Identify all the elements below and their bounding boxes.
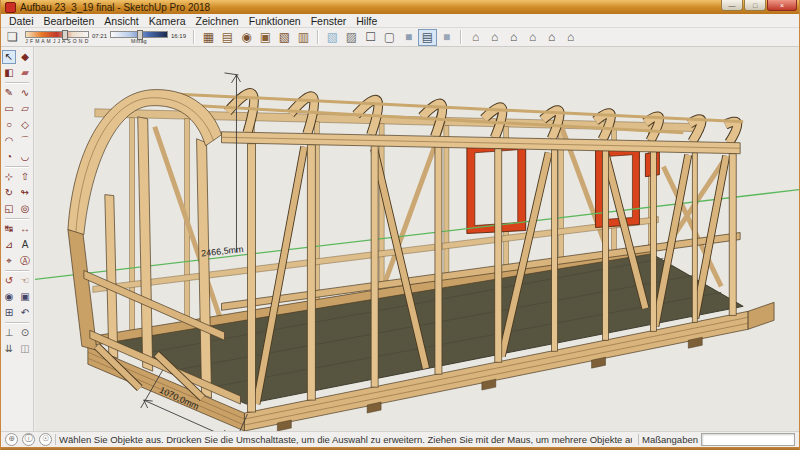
offset-tool-button[interactable]: ◎: [18, 202, 32, 216]
rotate-tool-button[interactable]: ↻: [2, 186, 16, 200]
tape-measure-tool-button[interactable]: ↹: [2, 222, 16, 236]
line-tool-button[interactable]: ✎: [2, 86, 16, 100]
rectangle-tool-button[interactable]: ▭: [2, 102, 16, 116]
shadow-dialog-button[interactable]: ❏: [3, 29, 22, 46]
pan-tool-button[interactable]: ☜: [18, 274, 32, 288]
eraser-tool-button[interactable]: ▰: [18, 66, 32, 80]
geolocation-icon[interactable]: ⊕: [5, 433, 18, 446]
style-wireframe-button[interactable]: ☐: [361, 29, 380, 46]
sandbox-add-detail-button[interactable]: ▥: [294, 29, 313, 46]
palette-separator: [5, 270, 29, 272]
date-slider-thumb[interactable]: [62, 30, 68, 40]
view-top-icon: ⌂: [491, 30, 498, 44]
rotated-rectangle-tool-button[interactable]: ▱: [18, 102, 32, 116]
zoom-tool-button[interactable]: ◉: [2, 290, 16, 304]
style-back-edges-button[interactable]: ▨: [342, 29, 361, 46]
push-pull-tool-button[interactable]: ⇧: [18, 170, 32, 184]
previous-view-tool-button[interactable]: ↶: [18, 306, 32, 320]
look-around-tool-button[interactable]: ⊙: [18, 326, 32, 340]
style-monochrome-button[interactable]: ■: [437, 29, 456, 46]
sandbox-from-contours-icon: ▦: [203, 30, 214, 44]
scale-tool-button[interactable]: ◱: [2, 202, 16, 216]
tool-palette-row: ◱◎: [1, 202, 33, 216]
menu-ansicht[interactable]: Ansicht: [99, 15, 143, 27]
position-camera-tool-button[interactable]: ⊥: [2, 326, 16, 340]
view-front-button[interactable]: ⌂: [504, 29, 523, 46]
style-shaded-with-textures-button[interactable]: ▤: [418, 29, 437, 46]
view-right-button[interactable]: ⌂: [523, 29, 542, 46]
protractor-tool-button[interactable]: ⊿: [2, 238, 16, 252]
zoom-window-tool-button[interactable]: ▣: [18, 290, 32, 304]
tool-palette-row: ◉▣: [1, 290, 33, 304]
statusbar-separator: [638, 434, 639, 445]
view-back-button[interactable]: ⌂: [542, 29, 561, 46]
style-back-edges-icon: ▨: [346, 30, 357, 44]
tool-palette-row: ▭▱: [1, 102, 33, 116]
3d-text-tool-button[interactable]: Ⓐ: [18, 254, 32, 268]
sandbox-drape-button[interactable]: ▧: [275, 29, 294, 46]
style-monochrome-icon: ■: [443, 30, 450, 44]
freehand-tool-button[interactable]: ∿: [18, 86, 32, 100]
time-slider-thumb[interactable]: [137, 30, 143, 40]
two-point-arc-tool-button[interactable]: ◠: [2, 134, 16, 148]
axes-tool-button[interactable]: ⌖: [2, 254, 16, 268]
view-iso-button[interactable]: ⌂: [466, 29, 485, 46]
style-wireframe-icon: ☐: [365, 30, 376, 44]
tool-palette-row: ◠⌒: [1, 134, 33, 148]
main-toolbar: ❏ J F M A M J J A S O N D 07:21 Mittag 1…: [1, 28, 799, 47]
three-point-arc-tool-button[interactable]: ◡: [18, 150, 32, 164]
menu-kamera[interactable]: Kamera: [144, 15, 191, 27]
polygon-tool-button[interactable]: ◇: [18, 118, 32, 132]
window-title: Aufbau 23_3_19 final - SketchUp Pro 2018: [20, 2, 210, 13]
minimize-button[interactable]: —: [721, 0, 743, 11]
move-tool-button[interactable]: ⊹: [2, 170, 16, 184]
follow-me-tool-button[interactable]: ↬: [18, 186, 32, 200]
circle-tool-button[interactable]: ○: [2, 118, 16, 132]
sandbox-smoove-button[interactable]: ◉: [237, 29, 256, 46]
status-bar: ⊕ⓘ☉ Wählen Sie Objekte aus. Drücken Sie …: [1, 431, 799, 447]
maximize-button[interactable]: □: [744, 0, 766, 11]
view-top-button[interactable]: ⌂: [485, 29, 504, 46]
style-shaded-button[interactable]: ■: [399, 29, 418, 46]
sign-in-icon[interactable]: ☉: [39, 433, 52, 446]
style-hidden-line-icon: ▢: [384, 30, 395, 44]
sandbox-stamp-button[interactable]: ▣: [256, 29, 275, 46]
shadow-date-slider[interactable]: [25, 31, 89, 38]
style-shaded-icon: ■: [405, 30, 412, 44]
select-tool-button[interactable]: ↖: [2, 50, 16, 64]
paint-bucket-tool-button[interactable]: ◧: [2, 66, 16, 80]
sketchup-logo-icon: [5, 2, 16, 13]
sandbox-from-contours-button[interactable]: ▦: [199, 29, 218, 46]
menu-zeichnen[interactable]: Zeichnen: [191, 15, 244, 27]
menu-datei[interactable]: Datei: [4, 15, 39, 27]
menu-funktionen[interactable]: Funktionen: [244, 15, 306, 27]
views-toolbar: ⌂⌂⌂⌂⌂⌂: [466, 29, 580, 46]
menu-bearbeiten[interactable]: Bearbeiten: [39, 15, 100, 27]
sandbox-from-scratch-button[interactable]: ▤: [218, 29, 237, 46]
walk-tool-button[interactable]: ⇊: [2, 342, 16, 356]
menu-bar: DateiBearbeitenAnsichtKameraZeichnenFunk…: [1, 14, 799, 28]
3d-viewport[interactable]: 2466,5mm 1070,0mm: [35, 47, 799, 432]
section-plane-tool-button[interactable]: ◫: [18, 342, 32, 356]
style-hidden-line-button[interactable]: ▢: [380, 29, 399, 46]
menu-fenster[interactable]: Fenster: [306, 15, 352, 27]
palette-separator: [5, 218, 29, 220]
measurements-input[interactable]: [701, 433, 795, 446]
shadow-time-slider[interactable]: [110, 31, 168, 38]
pie-tool-button[interactable]: ◔: [2, 150, 16, 164]
title-bar: Aufbau 23_3_19 final - SketchUp Pro 2018…: [1, 0, 799, 14]
tool-palette-row: ⇊◫: [1, 342, 33, 356]
arc-tool-button[interactable]: ⌒: [18, 134, 32, 148]
dimension-tool-button[interactable]: ↔: [18, 222, 32, 236]
credits-icon[interactable]: ⓘ: [22, 433, 35, 446]
make-component-tool-button[interactable]: ◆: [18, 50, 32, 64]
orbit-tool-button[interactable]: ↺: [2, 274, 16, 288]
zoom-extents-tool-button[interactable]: ⊞: [2, 306, 16, 320]
window-controls: —□×: [721, 0, 797, 11]
menu-hilfe[interactable]: Hilfe: [351, 15, 382, 27]
style-x-ray-button[interactable]: ▧: [323, 29, 342, 46]
close-button[interactable]: ×: [767, 0, 797, 11]
text-tool-button[interactable]: A: [18, 238, 32, 252]
view-left-button[interactable]: ⌂: [561, 29, 580, 46]
tool-palette-row: ◔◡: [1, 150, 33, 164]
